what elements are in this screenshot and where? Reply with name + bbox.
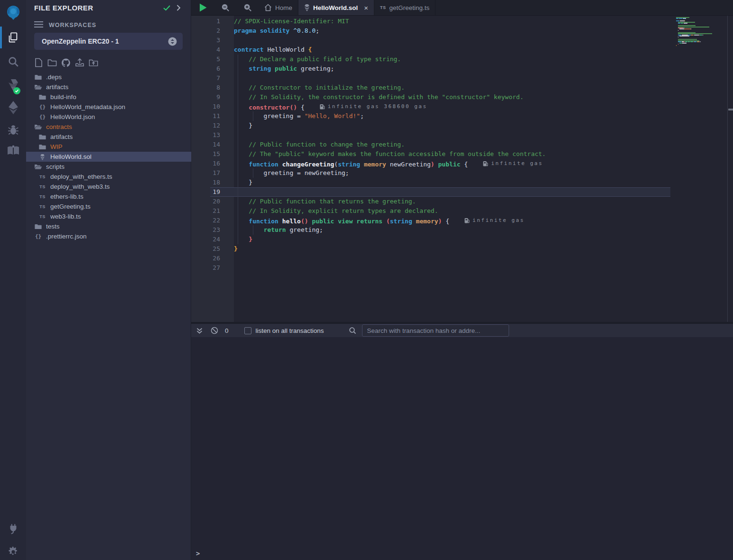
terminal-expand-icon[interactable] [196,327,203,334]
tree-item-label: contracts [46,123,72,130]
run-script-play-icon[interactable] [199,3,207,12]
tab-helloworld-sol[interactable]: HelloWorld.sol × [298,0,374,15]
scrollbar-track [727,16,728,322]
tree-item-label: WIP [50,143,63,150]
line-number: 26 [191,254,220,263]
terminal-output[interactable]: > [191,337,733,560]
tree-item-label: artifacts [46,83,68,91]
tree-item-contracts[interactable]: contracts [26,122,191,132]
folder-icon [34,74,42,80]
code-line-12[interactable]: 12 } [191,121,685,130]
search-icon[interactable] [0,53,26,70]
line-number: 1 [191,17,220,26]
terminal-toolbar: 0 listen on all transactions [191,324,733,337]
line-content: function hello() public view returns (st… [220,216,525,225]
panel-collapse-chevron-icon[interactable] [176,4,181,13]
code-line-7[interactable]: 7 [191,73,685,83]
code-line-18[interactable]: 18 } [191,178,685,187]
tree-item-label: tests [46,223,60,230]
settings-gear-icon[interactable] [0,543,26,560]
workspace-select[interactable]: OpenZeppelin ERC20 - 1 [34,33,183,50]
code-line-24[interactable]: 24 } [191,235,685,244]
tab-getgreeting-ts[interactable]: TS getGreeting.ts [374,0,436,15]
tab-home[interactable]: Home [259,0,298,15]
clear-console-icon[interactable] [211,327,218,334]
code-line-2[interactable]: 2pragma solidity ^0.8.0; [191,26,685,36]
code-line-3[interactable]: 3 [191,36,685,45]
plugin-manager-icon[interactable] [0,520,26,537]
new-folder-icon[interactable] [47,57,57,68]
scrollbar-thumb[interactable] [728,109,733,110]
tree-item-scripts[interactable]: scripts [26,162,191,172]
documentation-icon[interactable] [0,142,26,159]
ts-file-icon: TS [380,5,386,10]
tree-item-label: getGreeting.ts [50,203,91,210]
line-number: 9 [191,92,220,102]
code-line-26[interactable]: 26 [191,254,685,263]
transaction-search-input[interactable] [362,324,509,337]
line-number: 3 [191,36,220,45]
code-line-15[interactable]: 15 // The "public" keyword makes the fun… [191,149,685,159]
tree-item-wip[interactable]: WIP [26,142,191,152]
code-line-22[interactable]: 22 function hello() public view returns … [191,216,685,225]
code-line-19[interactable]: 19 [191,187,685,197]
folder-icon [34,223,42,230]
tree-item--deps[interactable]: .deps [26,72,191,82]
tree-item-artifacts[interactable]: artifacts [26,82,191,92]
line-number: 7 [191,73,220,83]
tree-item-deploy-with-ethers-ts[interactable]: TSdeploy_with_ethers.ts [26,172,191,182]
code-line-5[interactable]: 5 // Declare a public field of type stri… [191,55,685,64]
tree-item-helloworld-sol[interactable]: HelloWorld.sol [26,152,191,162]
tree-item-deploy-with-web3-ts[interactable]: TSdeploy_with_web3.ts [26,182,191,192]
tree-item-helloworld-metadata-json[interactable]: {}HelloWorld_metadata.json [26,102,191,112]
tree-item-helloworld-json[interactable]: {}HelloWorld.json [26,112,191,122]
github-clone-icon[interactable] [61,57,71,68]
zoom-in-icon[interactable] [243,3,252,12]
workspaces-menu-icon[interactable] [34,21,43,30]
code-line-9[interactable]: 9 // In Solidity, the constructor is def… [191,92,685,102]
code-editor[interactable]: 1// SPDX-License-Identifier: MIT2pragma … [191,16,733,322]
close-tab-icon[interactable]: × [364,4,368,12]
code-line-11[interactable]: 11 greeting = "Hello, World!"; [191,111,685,121]
workspaces-label: WORKSPACES [49,22,96,28]
code-line-10[interactable]: 10 constructor() {infinite gas 368600 ga… [191,102,685,111]
folder-icon [38,134,46,140]
upload-folder-icon[interactable] [89,57,98,68]
debugger-icon[interactable] [0,121,26,138]
remix-logo-icon[interactable] [0,2,26,23]
line-number: 25 [191,244,220,254]
tree-item-tests[interactable]: tests [26,221,191,231]
tree-item-build-info[interactable]: build-info [26,92,191,102]
code-line-23[interactable]: 23 return greeting; [191,225,685,235]
file-explorer-icon[interactable] [0,28,26,46]
line-number: 13 [191,130,220,140]
line-content: contract HelloWorld { [220,45,312,55]
tree-item-ethers-lib-ts[interactable]: TSethers-lib.ts [26,192,191,202]
tree-item-web3-lib-ts[interactable]: TSweb3-lib.ts [26,211,191,221]
tree-item-getgreeting-ts[interactable]: TSgetGreeting.ts [26,202,191,211]
line-number: 12 [191,121,220,130]
code-line-27[interactable]: 27 [191,263,685,273]
code-line-1[interactable]: 1// SPDX-License-Identifier: MIT [191,17,685,26]
minimap[interactable] [676,17,715,48]
line-content: // In Solidity, the constructor is defin… [220,92,523,102]
code-line-25[interactable]: 25} [191,244,685,254]
deploy-and-run-icon[interactable] [0,99,26,117]
code-line-13[interactable]: 13 [191,130,685,140]
tree-item-label: scripts [46,163,65,170]
code-line-20[interactable]: 20 // Public function that returns the g… [191,197,685,206]
tree-item--prettierrc-json[interactable]: {}.prettierrc.json [26,231,191,241]
code-line-8[interactable]: 8 // Constructor to initialize the greet… [191,83,685,92]
listen-transactions-checkbox[interactable] [244,327,251,334]
zoom-out-icon[interactable] [221,3,230,12]
code-line-21[interactable]: 21 // In Solidity, explicit return types… [191,206,685,216]
new-file-icon[interactable] [34,57,43,68]
solidity-compiler-icon[interactable] [0,75,26,96]
code-line-16[interactable]: 16 function changeGreeting(string memory… [191,159,685,168]
code-line-6[interactable]: 6 string public greeting; [191,64,685,73]
tree-item-artifacts[interactable]: artifacts [26,132,191,142]
upload-file-icon[interactable] [75,57,84,68]
code-line-14[interactable]: 14 // Public function to change the gree… [191,140,685,149]
code-line-4[interactable]: 4contract HelloWorld { [191,45,685,55]
code-line-17[interactable]: 17 greeting = newGreeting; [191,168,685,178]
